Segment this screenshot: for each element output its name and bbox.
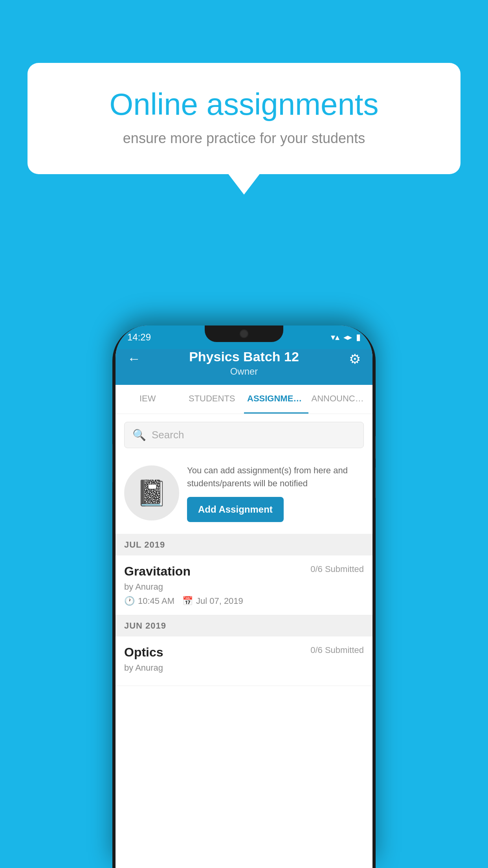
signal-icon: ◂▸: [343, 332, 352, 342]
assignment-submitted: 0/6 Submitted: [310, 564, 364, 574]
header-title: Physics Batch 12: [127, 349, 361, 364]
section-header-jul: JUL 2019: [116, 534, 372, 555]
back-button[interactable]: ←: [127, 351, 141, 366]
assignment-author: by Anurag: [124, 582, 364, 592]
promo-text: You can add assignment(s) from here and …: [187, 464, 364, 490]
assignment-item-optics[interactable]: Optics 0/6 Submitted by Anurag: [116, 636, 372, 686]
assignment-submitted-optics: 0/6 Submitted: [310, 645, 364, 655]
assignment-name: Gravitation: [124, 564, 191, 579]
notebook-icon: 📓: [136, 478, 167, 508]
promo-section: 📓 You can add assignment(s) from here an…: [116, 456, 372, 534]
assignment-row-top-optics: Optics 0/6 Submitted: [124, 645, 364, 660]
tab-assignments[interactable]: ASSIGNMENTS: [244, 385, 308, 414]
status-time: 14:29: [127, 332, 151, 343]
status-icons: ▾▴ ◂▸ ▮: [331, 332, 361, 342]
assignment-meta: 🕐 10:45 AM 📅 Jul 07, 2019: [124, 596, 364, 606]
speech-bubble: Online assignments ensure more practice …: [28, 63, 460, 174]
add-assignment-button[interactable]: Add Assignment: [187, 497, 284, 522]
header-subtitle: Owner: [127, 366, 361, 377]
promo-icon-circle: 📓: [124, 465, 179, 520]
power-button[interactable]: [112, 443, 113, 483]
clock-icon: 🕐: [124, 596, 135, 606]
time-meta: 🕐 10:45 AM: [124, 596, 174, 606]
volume-up-button[interactable]: [375, 436, 376, 459]
battery-icon: ▮: [356, 332, 361, 342]
search-bar[interactable]: 🔍 Search: [124, 422, 364, 448]
search-placeholder: Search: [152, 429, 184, 441]
search-icon: 🔍: [132, 428, 146, 441]
assignment-time: 10:45 AM: [138, 596, 174, 606]
volume-down-button[interactable]: [375, 467, 376, 498]
tab-announcements[interactable]: ANNOUNCEM...: [308, 385, 373, 414]
phone-camera: [240, 329, 248, 338]
assignment-date: Jul 07, 2019: [196, 596, 243, 606]
speech-bubble-area: Online assignments ensure more practice …: [28, 63, 460, 174]
bubble-subtitle: ensure more practice for your students: [59, 130, 429, 147]
tab-students[interactable]: STUDENTS: [180, 385, 244, 414]
phone-screen: 14:29 ▾▴ ◂▸ ▮ ← Physics Batch 12 Owner ⚙…: [116, 326, 372, 868]
wifi-icon: ▾▴: [331, 332, 339, 342]
phone-frame: 14:29 ▾▴ ◂▸ ▮ ← Physics Batch 12 Owner ⚙…: [112, 326, 376, 868]
assignment-row-top: Gravitation 0/6 Submitted: [124, 564, 364, 579]
section-header-jun: JUN 2019: [116, 615, 372, 636]
settings-button[interactable]: ⚙: [349, 351, 361, 367]
assignment-item-gravitation[interactable]: Gravitation 0/6 Submitted by Anurag 🕐 10…: [116, 555, 372, 615]
phone-notch: [205, 326, 283, 342]
assignment-author-optics: by Anurag: [124, 663, 364, 673]
assignment-name-optics: Optics: [124, 645, 163, 660]
tabs-bar: IEW STUDENTS ASSIGNMENTS ANNOUNCEM...: [116, 385, 372, 414]
bubble-title: Online assignments: [59, 86, 429, 122]
date-meta: 📅 Jul 07, 2019: [182, 596, 243, 606]
calendar-icon: 📅: [182, 596, 193, 606]
tab-iew[interactable]: IEW: [116, 385, 180, 414]
promo-content: You can add assignment(s) from here and …: [187, 464, 364, 522]
